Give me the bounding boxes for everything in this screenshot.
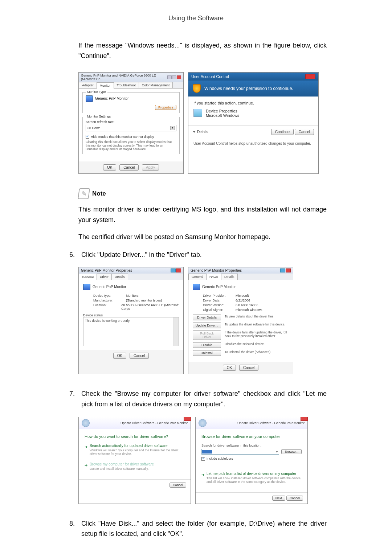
device-type-value: Monitors [126,294,139,297]
location-value: on NVIDIA GeForce 6600 LE (Microsoft Cor… [121,303,179,311]
hide-modes-description: Clearing this check box allows you to se… [86,140,176,151]
device-status-label: Device status [83,313,179,317]
dialog1-titlebar: Generic PnP Monitor and NVIDIA GeForce 6… [79,73,183,82]
close-icon[interactable] [301,417,308,421]
digital-signer-value: microsoft windows [236,308,262,312]
hide-modes-checkbox[interactable] [86,135,89,139]
disable-button[interactable]: Disable [193,342,221,348]
step-8: 8. Click "Have Disk..." and select the f… [65,518,327,539]
tab-driver[interactable]: Driver [206,274,221,280]
include-subfolders-checkbox[interactable] [201,457,205,461]
option-let-me-pick[interactable]: ➔ Let me pick from a list of device driv… [201,472,302,484]
tab-color-management[interactable]: Color Management [139,82,173,88]
step-text: Click "Update Driver..." in the "Driver"… [81,250,327,260]
monitor-name: Generic PnP Monitor [95,96,129,100]
properties-button[interactable]: Properties [155,105,176,110]
wizard-heading: Browse for driver software on your compu… [201,434,302,439]
ok-button[interactable]: OK [113,353,126,359]
driver-details-button[interactable]: Driver Details [193,315,221,320]
cancel-button[interactable]: Cancel [286,496,303,501]
close-icon[interactable] [176,268,181,272]
tab-troubleshoot[interactable]: Troubleshoot [114,82,139,88]
close-icon[interactable] [184,417,191,421]
cancel-button[interactable]: Cancel [119,164,139,171]
device-status-box: This device is working properly. [83,317,179,346]
option-search-auto[interactable]: ➔ Search automatically for updated drive… [85,444,185,456]
close-icon[interactable] [286,268,291,272]
back-button-icon[interactable] [199,419,207,427]
note-icon: ✎ [78,188,90,199]
help-icon[interactable] [171,268,176,272]
close-icon[interactable] [177,75,181,79]
monitor-icon [193,284,200,290]
tab-monitor[interactable]: Monitor [97,82,114,89]
driver-date-label: Driver Date: [203,299,236,302]
dialog3-title: Generic PnP Monitor Properties [81,268,132,272]
close-icon[interactable] [305,74,315,79]
browse-button[interactable]: Browse... [281,449,302,454]
back-button-icon[interactable] [82,419,90,427]
monitor-settings-group: Monitor Settings Screen refresh rate: 60… [82,117,180,155]
tab-general[interactable]: General [79,274,97,280]
tab-adapter[interactable]: Adapter [79,82,97,88]
minimize-icon[interactable] [167,75,172,79]
scrollbar[interactable] [173,317,179,346]
cancel-button[interactable]: Cancel [295,129,314,135]
device-type-label: Device type: [93,294,126,297]
note-paragraph-2: The certified driver will be posted on S… [78,232,327,242]
tab-details[interactable]: Details [111,274,128,280]
update-driver-wizard-search: Update Driver Software - Generic PnP Mon… [78,417,191,504]
ok-button[interactable]: OK [223,365,236,371]
help-icon[interactable] [280,268,285,272]
update-driver-button[interactable]: Update Driver... [193,323,221,328]
disable-desc: Disables the selected device. [225,342,289,346]
uac-banner-text: Windows needs your permission to contion… [204,86,293,91]
program-icon [193,109,202,117]
tab-general[interactable]: General [188,274,207,280]
monitor-icon [86,95,93,102]
refresh-rate-select[interactable]: 60 Hertz ▾ [86,125,176,131]
chevron-down-icon: ▾ [170,126,175,130]
manufacturer-label: Manufacturer: [93,299,126,302]
chevron-down-icon[interactable]: ▾ [275,450,279,454]
include-subfolders-label: Include subfolders [207,457,233,460]
option-desc: Locate and install driver software manua… [90,467,185,471]
arrow-icon: ➔ [85,463,87,467]
uac-if-started: If you started this action, continue. [193,101,313,105]
cancel-button[interactable]: Cancel [130,353,149,359]
uac-titlebar: User Account Control [188,73,318,81]
search-location-label: Search for driver software in this locat… [201,444,302,447]
note-heading: Note [92,190,106,197]
rollback-driver-desc: If the device fails after updating the d… [225,331,289,338]
rollback-driver-button[interactable]: Roll Back Driver [193,331,221,340]
dialog3-monitor-name: Generic PnP Monitor [93,285,126,289]
figure-row-1: Generic PnP Monitor and NVIDIA GeForce 6… [78,72,327,174]
figure-row-3: Update Driver Software - Generic PnP Mon… [78,417,327,504]
cancel-button[interactable]: Cancel [239,365,258,371]
uninstall-desc: To uninstall the driver (Advanced). [225,350,289,354]
tab-details[interactable]: Details [221,274,238,280]
apply-button[interactable]: Apply [142,164,159,171]
uninstall-button[interactable]: Uninstall [193,350,221,356]
uac-banner: Windows needs your permission to contion… [188,81,318,97]
cancel-button[interactable]: Cancel [170,483,186,488]
chevron-down-icon [193,131,196,133]
option-desc: This list will show installed driver sof… [207,476,302,484]
location-input[interactable]: ▾ [201,449,279,455]
refresh-rate-value: 60 Hertz [87,126,100,130]
option-browse-computer[interactable]: ➔ Browse my computer for driver software… [85,462,185,471]
option-title: Browse my computer for driver software [90,462,185,466]
location-label: Location: [93,303,121,311]
details-label: Details [197,130,208,134]
maximize-icon[interactable] [172,75,176,79]
next-button[interactable]: Next [272,496,286,501]
continue-button[interactable]: Continue [271,129,294,135]
details-toggle[interactable]: Details [193,130,208,134]
monitor-type-label: Monitor Type [86,90,107,94]
tab-driver[interactable]: Driver [97,274,112,280]
dialog1-tabs: Adapter Monitor Troubleshoot Color Manag… [79,82,183,89]
figure-row-2: Generic PnP Monitor Properties General D… [78,267,327,374]
window-buttons [167,75,181,79]
ok-button[interactable]: OK [103,164,116,171]
step-number: 8. [65,518,75,539]
